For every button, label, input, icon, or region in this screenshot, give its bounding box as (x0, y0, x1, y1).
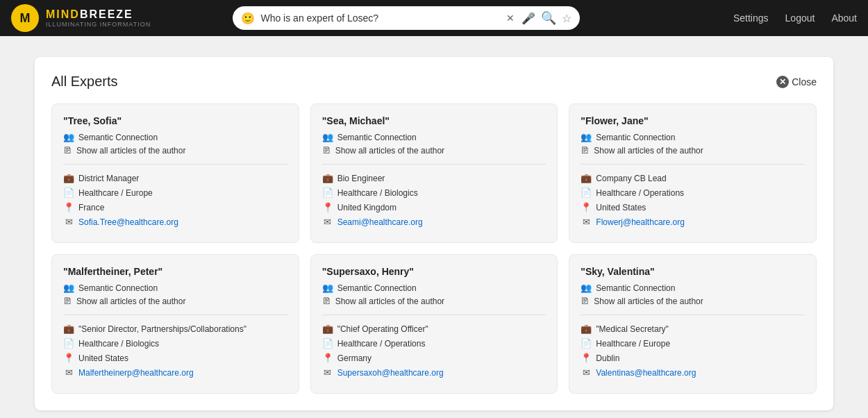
logo-name-part2: BREEZE (80, 8, 133, 20)
header: M MINDBREEZE ILLUMINATING INFORMATION 🙂 … (0, 0, 868, 36)
division-value: Healthcare / Biologics (78, 339, 159, 349)
articles-label: Show all articles of the author (594, 296, 703, 306)
show-articles-link[interactable]: 🖹 Show all articles of the author (322, 145, 546, 156)
article-icon: 🖹 (581, 296, 590, 306)
semantic-connection-link[interactable]: 👥 Semantic Connection (322, 283, 546, 293)
search-mic-button[interactable]: 🎤 (521, 12, 535, 25)
expert-card: "Flower, Jane" 👥 Semantic Connection 🖹 S… (569, 103, 817, 243)
expert-card: "Supersaxo, Henry" 👥 Semantic Connection… (310, 254, 558, 394)
role-value: District Manager (78, 174, 139, 183)
nav-settings[interactable]: Settings (733, 12, 769, 24)
logo-text: MINDBREEZE ILLUMINATING INFORMATION (46, 8, 151, 28)
search-clear-button[interactable]: ✕ (505, 11, 516, 25)
division-icon: 📄 (322, 187, 333, 198)
email-icon: ✉ (63, 367, 74, 378)
division-icon: 📄 (63, 338, 74, 349)
articles-label: Show all articles of the author (76, 146, 185, 156)
expert-name: "Sky, Valentina" (581, 266, 805, 277)
close-icon: ✕ (776, 76, 789, 88)
division-detail: 📄 Healthcare / Operations (581, 187, 805, 198)
semantic-connection-link[interactable]: 👥 Semantic Connection (63, 283, 287, 293)
email-detail: ✉ Malfertheinerp@healthcare.org (63, 367, 287, 378)
card-divider (581, 315, 805, 315)
location-icon: 📍 (322, 353, 333, 363)
location-value: Germany (337, 353, 372, 363)
search-bar: 🙂 ✕ 🎤 🔍 ☆ (233, 6, 580, 30)
location-icon: 📍 (63, 202, 74, 212)
location-value: United States (78, 353, 128, 363)
role-icon: 💼 (322, 173, 333, 183)
article-icon: 🖹 (322, 296, 331, 306)
division-value: Healthcare / Europe (596, 339, 670, 349)
email-detail: ✉ Sofia.Tree@healthcare.org (63, 217, 287, 227)
search-star-button[interactable]: ☆ (562, 12, 571, 25)
email-detail: ✉ Flowerj@healthcare.org (581, 217, 805, 227)
email-link[interactable]: Sofia.Tree@healthcare.org (78, 217, 178, 227)
division-value: Healthcare / Operations (596, 188, 684, 198)
role-detail: 💼 "Senior Director, Partnerships/Collabo… (63, 324, 287, 334)
role-detail: 💼 District Manager (63, 173, 287, 183)
email-icon: ✉ (581, 217, 592, 227)
connection-icon: 👥 (63, 132, 74, 142)
show-articles-link[interactable]: 🖹 Show all articles of the author (581, 296, 805, 306)
location-detail: 📍 Germany (322, 353, 546, 363)
location-detail: 📍 France (63, 202, 287, 212)
email-icon: ✉ (322, 367, 333, 378)
role-icon: 💼 (63, 173, 74, 183)
division-icon: 📄 (322, 338, 333, 349)
location-icon: 📍 (322, 202, 333, 212)
search-input[interactable] (260, 12, 499, 24)
main-content: All Experts ✕ Close "Tree, Sofia" 👥 Sema… (0, 36, 868, 418)
email-link[interactable]: Malfertheinerp@healthcare.org (78, 368, 194, 378)
semantic-connection-link[interactable]: 👥 Semantic Connection (322, 132, 546, 142)
articles-label: Show all articles of the author (76, 296, 185, 306)
location-detail: 📍 United Kingdom (322, 202, 546, 212)
nav-links: Settings Logout About (733, 12, 857, 24)
role-detail: 💼 Bio Engineer (322, 173, 546, 183)
role-icon: 💼 (581, 173, 592, 183)
semantic-connection-link[interactable]: 👥 Semantic Connection (581, 283, 805, 293)
location-value: Dublin (596, 353, 619, 363)
connection-label: Semantic Connection (596, 283, 675, 293)
semantic-connection-link[interactable]: 👥 Semantic Connection (63, 132, 287, 142)
show-articles-link[interactable]: 🖹 Show all articles of the author (63, 296, 287, 306)
card-divider (581, 164, 805, 165)
show-articles-link[interactable]: 🖹 Show all articles of the author (322, 296, 546, 306)
division-icon: 📄 (581, 338, 592, 349)
article-icon: 🖹 (63, 296, 72, 306)
email-link[interactable]: Flowerj@healthcare.org (596, 217, 685, 227)
email-icon: ✉ (322, 217, 333, 227)
division-value: Healthcare / Europe (78, 188, 153, 198)
division-detail: 📄 Healthcare / Biologics (322, 187, 546, 198)
logo-area: M MINDBREEZE ILLUMINATING INFORMATION (11, 4, 151, 32)
show-articles-link[interactable]: 🖹 Show all articles of the author (63, 145, 287, 156)
role-detail: 💼 "Medical Secretary" (581, 324, 805, 334)
role-detail: 💼 "Chief Operating Officer" (322, 324, 546, 334)
role-icon: 💼 (581, 324, 592, 334)
show-articles-link[interactable]: 🖹 Show all articles of the author (581, 145, 805, 156)
connection-label: Semantic Connection (596, 133, 675, 142)
location-value: United States (596, 203, 646, 212)
nav-about[interactable]: About (831, 12, 857, 24)
search-emoji-icon: 🙂 (241, 12, 255, 25)
close-button[interactable]: ✕ Close (776, 76, 817, 88)
location-value: United Kingdom (337, 203, 397, 212)
division-detail: 📄 Healthcare / Operations (322, 338, 546, 349)
card-divider (63, 164, 287, 165)
experts-container: All Experts ✕ Close "Tree, Sofia" 👥 Sema… (35, 57, 833, 410)
logo-icon: M (11, 4, 39, 32)
email-link[interactable]: Valentinas@healthcare.org (596, 368, 696, 378)
email-detail: ✉ Valentinas@healthcare.org (581, 367, 805, 378)
semantic-connection-link[interactable]: 👥 Semantic Connection (581, 132, 805, 142)
email-link[interactable]: Seami@healthcare.org (337, 217, 423, 227)
role-icon: 💼 (63, 324, 74, 334)
email-icon: ✉ (63, 217, 74, 227)
article-icon: 🖹 (63, 145, 72, 156)
connection-label: Semantic Connection (78, 133, 158, 142)
email-link[interactable]: Supersaxoh@healthcare.org (337, 368, 444, 378)
search-go-button[interactable]: 🔍 (541, 10, 556, 26)
nav-logout[interactable]: Logout (785, 12, 815, 24)
role-value: "Medical Secretary" (596, 324, 669, 334)
division-value: Healthcare / Operations (337, 339, 426, 349)
expert-name: "Supersaxo, Henry" (322, 266, 546, 277)
